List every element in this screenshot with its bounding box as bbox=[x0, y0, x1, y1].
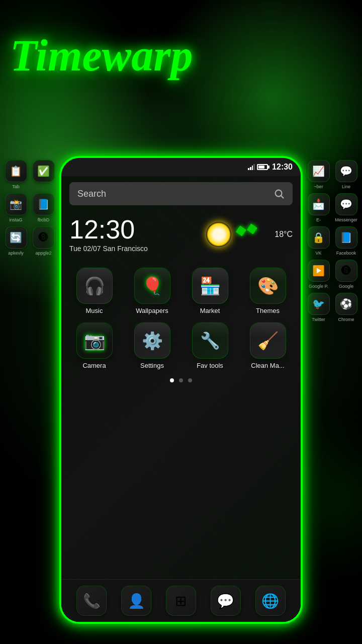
app-icon-music: 🎧 bbox=[76, 268, 113, 304]
app-market[interactable]: 🏪 Market bbox=[185, 268, 235, 314]
app-label-camera: Camera bbox=[82, 362, 106, 369]
dock-phone[interactable]: 📞 bbox=[76, 586, 107, 616]
side-right-icon-3: 📩 bbox=[308, 193, 330, 215]
side-left-icon-4: 📘 bbox=[33, 193, 55, 215]
app-label-music: Music bbox=[86, 307, 103, 314]
app-cleanmaster[interactable]: 🧹 Clean Ma... bbox=[243, 323, 293, 369]
page-dot-2[interactable] bbox=[179, 378, 183, 382]
side-left-icon-1: 📋 bbox=[5, 160, 27, 182]
app-label-themes: Themes bbox=[256, 307, 280, 314]
sun-icon bbox=[206, 222, 231, 247]
page-dot-1[interactable] bbox=[170, 378, 174, 382]
app-label-wallpapers: Wallpapers bbox=[136, 307, 168, 314]
side-right-item-7[interactable]: ▶️ Google P. bbox=[307, 260, 330, 289]
side-right-icon-10: ⚽ bbox=[335, 293, 357, 315]
dock-apps[interactable]: ⊞ bbox=[166, 586, 196, 616]
side-right-item-1[interactable]: 📈 ~ber bbox=[307, 160, 330, 189]
side-right-label-7: Google P. bbox=[309, 284, 328, 289]
weather-widget: 18°C bbox=[206, 219, 293, 250]
side-right-label-4: Messenger bbox=[335, 217, 357, 222]
side-left-item-1[interactable]: 📋 Tab bbox=[4, 160, 28, 189]
side-right-item-8[interactable]: 🅖 Google bbox=[334, 260, 358, 289]
side-right-label-1: ~ber bbox=[314, 184, 323, 189]
side-right-label-2: Line bbox=[342, 184, 350, 189]
side-left-icon-3: 📸 bbox=[5, 193, 27, 215]
app-icon-themes: 🎨 bbox=[250, 268, 286, 304]
status-bar: 12:30 bbox=[61, 158, 301, 176]
page-dot-3[interactable] bbox=[188, 378, 192, 382]
side-right-label-3: E- bbox=[316, 217, 321, 222]
dock-contacts[interactable]: 👤 bbox=[121, 586, 151, 616]
side-left-item-6[interactable]: 🅢 appgle2 bbox=[32, 226, 55, 256]
app-label-market: Market bbox=[200, 307, 220, 314]
phone-frame: 12:30 Search 12:30 Tue 02/07 San Francis… bbox=[59, 156, 303, 624]
side-right-item-2[interactable]: 💬 Line bbox=[334, 160, 358, 189]
side-strip-right: 📈 ~ber 💬 Line 📩 E- 💬 Messenger 🔒 VK 📘 Fa… bbox=[303, 156, 362, 508]
side-right-item-4[interactable]: 💬 Messenger bbox=[334, 193, 358, 222]
dock-browser[interactable]: 🌐 bbox=[255, 586, 286, 616]
app-icon-settings: ⚙️ bbox=[134, 323, 170, 359]
side-right-label-9: Twitter bbox=[312, 317, 325, 322]
clock-widget: 12:30 Tue 02/07 San Francisco 18°C bbox=[61, 211, 301, 258]
side-left-item-2[interactable]: ✅ bbox=[32, 160, 55, 189]
phone-content: Search 12:30 Tue 02/07 San Francisco 18°… bbox=[61, 176, 301, 622]
side-right-icon-1: 📈 bbox=[308, 160, 330, 182]
search-bar[interactable]: Search bbox=[69, 182, 293, 205]
svg-point-0 bbox=[276, 190, 282, 197]
side-left-label-6: appgle2 bbox=[35, 251, 51, 256]
side-right-item-10[interactable]: ⚽ Chrome bbox=[334, 293, 358, 322]
side-right-item-9[interactable]: 🐦 Twitter bbox=[307, 293, 330, 322]
cube-decoration bbox=[235, 219, 270, 250]
side-left-item-4[interactable]: 📘 fbcbD bbox=[32, 193, 55, 222]
clock-date: Tue 02/07 San Francisco bbox=[69, 245, 206, 253]
search-text: Search bbox=[77, 189, 274, 199]
app-music[interactable]: 🎧 Music bbox=[69, 268, 119, 314]
side-left-icon-6: 🅢 bbox=[33, 226, 55, 249]
side-right-icon-8: 🅖 bbox=[335, 260, 357, 282]
app-label-favtools: Fav tools bbox=[197, 362, 223, 369]
clock-time: 12:30 bbox=[69, 216, 206, 243]
side-right-icon-4: 💬 bbox=[335, 193, 357, 215]
side-right-item-3[interactable]: 📩 E- bbox=[307, 193, 330, 222]
side-left-icon-2: ✅ bbox=[33, 160, 55, 182]
app-wallpapers[interactable]: 🎈 Wallpapers bbox=[127, 268, 177, 314]
side-left-label-4: fbcbD bbox=[38, 217, 50, 222]
app-label-cleanmaster: Clean Ma... bbox=[251, 362, 284, 369]
app-icon-market: 🏪 bbox=[192, 268, 228, 304]
signal-icon bbox=[248, 164, 255, 170]
dock-messages[interactable]: 💬 bbox=[211, 586, 241, 616]
app-grid-row1: 🎧 Music 🎈 Wallpapers 🏪 Market 🎨 bbox=[61, 258, 301, 374]
side-left-item-3[interactable]: 📸 instaG bbox=[4, 193, 28, 222]
app-icon-favtools: 🔧 bbox=[192, 323, 228, 359]
app-icon-cleanmaster: 🧹 bbox=[250, 323, 286, 359]
side-left-label-3: instaG bbox=[9, 217, 22, 222]
page-dots bbox=[61, 378, 301, 382]
side-left-icon-5: 🔄 bbox=[5, 226, 27, 249]
app-settings[interactable]: ⚙️ Settings bbox=[127, 323, 177, 369]
side-right-label-8: Google bbox=[339, 284, 353, 289]
app-icon-camera: 📷 bbox=[76, 323, 113, 359]
side-right-icon-5: 🔒 bbox=[308, 226, 330, 249]
temperature: 18°C bbox=[275, 230, 293, 239]
battery-icon bbox=[257, 164, 268, 170]
app-title: Timewarp bbox=[10, 30, 193, 81]
side-left-item-5[interactable]: 🔄 apkevly bbox=[4, 226, 28, 256]
search-icon bbox=[274, 188, 285, 199]
svg-line-1 bbox=[281, 196, 284, 198]
dock: 📞 👤 ⊞ 💬 🌐 bbox=[61, 579, 301, 622]
status-time: 12:30 bbox=[272, 163, 293, 172]
side-right-label-6: Facebook bbox=[336, 251, 356, 256]
side-right-icon-9: 🐦 bbox=[308, 293, 330, 315]
app-favtools[interactable]: 🔧 Fav tools bbox=[185, 323, 235, 369]
app-themes[interactable]: 🎨 Themes bbox=[243, 268, 293, 314]
app-label-settings: Settings bbox=[140, 362, 164, 369]
app-camera[interactable]: 📷 Camera bbox=[69, 323, 119, 369]
side-strip-left: 📋 Tab ✅ 📸 instaG 📘 fbcbD 🔄 apkevly 🅢 app… bbox=[0, 156, 59, 508]
side-right-item-5[interactable]: 🔒 VK bbox=[307, 226, 330, 256]
side-right-label-10: Chrome bbox=[338, 317, 354, 322]
side-right-item-6[interactable]: 📘 Facebook bbox=[334, 226, 358, 256]
status-icons bbox=[248, 164, 268, 170]
app-icon-wallpapers: 🎈 bbox=[134, 268, 170, 304]
side-left-label-1: Tab bbox=[12, 184, 20, 189]
side-left-label-5: apkevly bbox=[8, 251, 24, 256]
